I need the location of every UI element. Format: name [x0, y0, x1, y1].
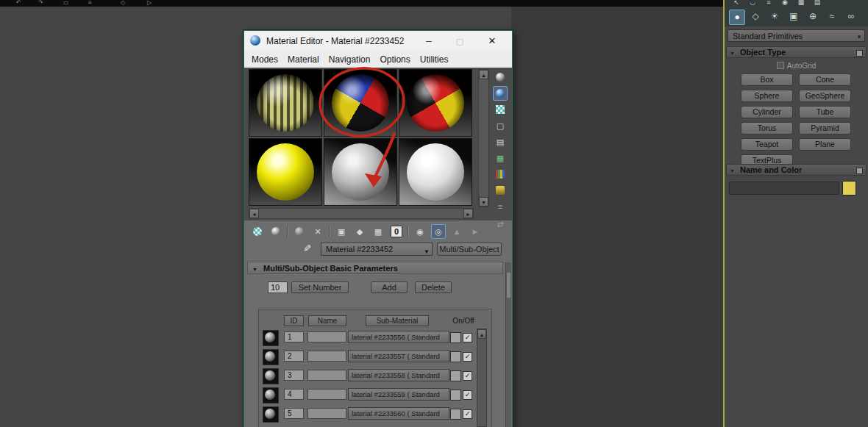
- row-name-input[interactable]: [307, 389, 346, 400]
- make-unique-icon[interactable]: ◆: [352, 224, 367, 239]
- backlight-icon[interactable]: [493, 86, 508, 101]
- row-enable-checkbox[interactable]: ✓: [463, 371, 472, 381]
- menu-navigation[interactable]: Navigation: [329, 54, 371, 65]
- make-material-copy-icon[interactable]: ▣: [334, 224, 349, 239]
- plane-button[interactable]: Plane: [799, 138, 851, 151]
- sample-type-icon[interactable]: [493, 70, 508, 85]
- put-material-to-scene-icon[interactable]: [268, 224, 283, 239]
- table-scrollbar[interactable]: ▲: [477, 329, 487, 427]
- pyramid-button[interactable]: Pyramid: [799, 122, 851, 134]
- sub-material-thumbnail[interactable]: [263, 330, 279, 346]
- scene-icon[interactable]: ▭: [63, 0, 69, 6]
- window-scrollbar[interactable]: [505, 262, 511, 427]
- sort-by-id-button[interactable]: ID: [284, 315, 304, 326]
- material-id-channel-icon[interactable]: 0: [389, 224, 404, 239]
- make-preview-icon[interactable]: ▦: [493, 151, 508, 165]
- sub-material-button[interactable]: laterial #2233559 ( Standard: [348, 388, 449, 401]
- menu-icon[interactable]: ≡: [88, 0, 92, 6]
- sub-material-thumbnail[interactable]: [263, 368, 279, 384]
- menu-modes[interactable]: Modes: [252, 54, 278, 65]
- material-name-dropdown[interactable]: Material #2233452 ▼: [321, 243, 433, 256]
- row-name-input[interactable]: [307, 351, 346, 362]
- autogrid-checkbox[interactable]: [777, 62, 784, 69]
- scroll-up-icon[interactable]: ▲: [477, 329, 486, 339]
- sub-material-color-swatch[interactable]: [450, 370, 461, 381]
- lights-category-icon[interactable]: ☀: [767, 10, 782, 24]
- get-material-icon[interactable]: [250, 224, 265, 239]
- sub-material-thumbnail[interactable]: [263, 349, 279, 365]
- sample-slot-white[interactable]: [399, 138, 472, 206]
- teapot-button[interactable]: Teapot: [741, 138, 793, 151]
- put-to-library-icon[interactable]: ▦: [371, 224, 385, 239]
- delete-button[interactable]: Delete: [415, 281, 452, 293]
- object-type-rollout-header[interactable]: ▼ Object Type: [726, 46, 867, 58]
- assign-material-to-selection-icon[interactable]: [292, 224, 307, 239]
- sample-slot-multicolor-1[interactable]: [324, 69, 397, 137]
- object-color-swatch[interactable]: [842, 181, 856, 195]
- sphere-button[interactable]: Sphere: [741, 90, 793, 102]
- geometry-category-icon[interactable]: ●: [729, 10, 745, 25]
- select-by-material-icon[interactable]: [493, 183, 508, 198]
- systems-category-icon[interactable]: ∞: [844, 10, 858, 24]
- torus-button[interactable]: Torus: [741, 122, 793, 134]
- minimize-button[interactable]: ─: [422, 35, 435, 48]
- motion-tab-icon[interactable]: ◉: [779, 0, 791, 7]
- sample-slot-striped[interactable]: [249, 69, 322, 137]
- helpers-category-icon[interactable]: ⊕: [805, 10, 820, 24]
- display-tab-icon[interactable]: ▦: [795, 0, 807, 7]
- pick-material-eyedropper-icon[interactable]: ✎: [302, 244, 313, 252]
- modify-tab-icon[interactable]: ◡: [747, 0, 758, 7]
- material-map-navigator-icon[interactable]: ≡: [493, 199, 508, 214]
- add-button[interactable]: Add: [371, 281, 408, 293]
- shape-icon[interactable]: ◇: [121, 0, 125, 6]
- row-enable-checkbox[interactable]: ✓: [463, 333, 472, 342]
- sample-uv-tiling-icon[interactable]: ▢: [493, 118, 508, 133]
- sub-material-color-swatch[interactable]: [450, 390, 461, 401]
- sub-material-button[interactable]: laterial #2233560 ( Standard: [348, 407, 449, 420]
- basic-parameters-rollout-header[interactable]: ▼ Multi/Sub-Object Basic Parameters: [247, 262, 503, 274]
- row-enable-checkbox[interactable]: ✓: [463, 409, 472, 419]
- play-icon[interactable]: ▷: [147, 0, 152, 6]
- sub-material-thumbnail[interactable]: [263, 387, 279, 403]
- row-enable-checkbox[interactable]: ✓: [463, 352, 472, 362]
- sort-by-name-button[interactable]: Name: [308, 315, 346, 326]
- sub-material-button[interactable]: laterial #2233558 ( Standard: [348, 369, 449, 381]
- shapes-category-icon[interactable]: ◇: [748, 10, 763, 24]
- sample-slot-multicolor-2[interactable]: [399, 69, 472, 137]
- menu-options[interactable]: Options: [380, 54, 410, 65]
- rollout-pin-icon[interactable]: [856, 50, 863, 57]
- show-end-result-icon[interactable]: ◎: [431, 224, 446, 239]
- undo-icon[interactable]: ↶: [16, 0, 21, 6]
- set-number-button[interactable]: Set Number: [291, 281, 349, 293]
- cylinder-button[interactable]: Cylinder: [741, 106, 793, 118]
- row-name-input[interactable]: [307, 370, 346, 381]
- sub-material-color-swatch[interactable]: [450, 332, 461, 343]
- window-title-bar[interactable]: Material Editor - Material #2233452 ─ ▢ …: [244, 31, 512, 51]
- rollout-pin-icon[interactable]: [856, 168, 863, 174]
- go-to-parent-icon[interactable]: ▲: [449, 224, 464, 239]
- options-icon[interactable]: [493, 167, 508, 182]
- menu-material[interactable]: Material: [288, 54, 319, 65]
- row-enable-checkbox[interactable]: ✓: [463, 390, 472, 400]
- sample-slot-gray[interactable]: [324, 138, 397, 206]
- scroll-left-icon[interactable]: ◄: [249, 209, 259, 218]
- sub-material-button[interactable]: laterial #2233556 ( Standard: [348, 331, 449, 343]
- material-count-field[interactable]: 10: [268, 281, 288, 293]
- hierarchy-tab-icon[interactable]: ≡: [763, 0, 775, 7]
- sub-material-button[interactable]: laterial #2233557 ( Standard: [348, 350, 449, 362]
- compare-icon[interactable]: ⇄: [493, 217, 508, 232]
- background-checker-icon[interactable]: [493, 102, 508, 117]
- utilities-tab-icon[interactable]: ▤: [811, 0, 823, 7]
- sort-by-submaterial-button[interactable]: Sub-Material: [366, 315, 429, 326]
- show-material-in-viewport-icon[interactable]: ◉: [413, 224, 427, 239]
- sample-slot-yellow[interactable]: [249, 138, 322, 206]
- close-button[interactable]: ✕: [485, 35, 499, 48]
- maximize-button[interactable]: ▢: [453, 35, 466, 48]
- row-name-input[interactable]: [307, 408, 346, 419]
- sample-horizontal-scrollbar[interactable]: ◄ ►: [249, 208, 474, 219]
- space-warps-category-icon[interactable]: ≈: [825, 10, 839, 24]
- object-name-input[interactable]: [729, 182, 839, 195]
- video-color-check-icon[interactable]: ▤: [493, 134, 508, 149]
- scroll-down-icon[interactable]: ▼: [479, 197, 488, 207]
- scrollbar-thumb[interactable]: [507, 273, 511, 298]
